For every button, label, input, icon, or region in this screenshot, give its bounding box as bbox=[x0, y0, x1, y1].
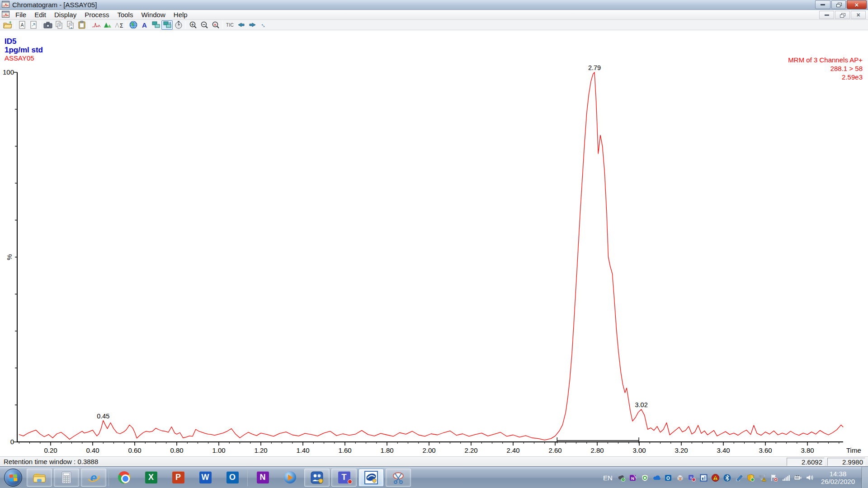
tray-security-shield-icon[interactable] bbox=[641, 474, 649, 482]
tray-onedrive-icon[interactable] bbox=[653, 474, 660, 482]
layout-button[interactable] bbox=[150, 20, 161, 30]
data-file-name: ASSAY05 bbox=[5, 54, 43, 62]
explorer-icon bbox=[33, 471, 46, 484]
tray-pen-input-icon[interactable] bbox=[735, 474, 743, 482]
tray-presenter-device-icon[interactable] bbox=[618, 474, 625, 482]
taskbar-explorer[interactable] bbox=[27, 469, 52, 487]
menu-process[interactable]: Process bbox=[80, 10, 113, 19]
internet-explorer-icon: e bbox=[87, 471, 100, 484]
timer-button[interactable] bbox=[173, 20, 184, 30]
previous-button[interactable] bbox=[236, 20, 247, 30]
sample-info: ID5 1pg/ml std ASSAY05 bbox=[5, 37, 43, 62]
tray-citrix-workspace-icon[interactable] bbox=[700, 474, 708, 482]
masslynx-icon bbox=[364, 471, 378, 484]
open-file-button[interactable] bbox=[2, 20, 13, 30]
tray-network-signal-icon[interactable] bbox=[782, 474, 790, 482]
menu-help[interactable]: Help bbox=[170, 10, 192, 19]
menu-tools[interactable]: Tools bbox=[113, 10, 137, 19]
tray-battery-icon[interactable] bbox=[794, 474, 802, 482]
taskbar-calculator[interactable] bbox=[54, 469, 79, 487]
taskbar-powerpoint[interactable]: P bbox=[165, 469, 191, 487]
tic-button[interactable]: TIC bbox=[224, 20, 236, 30]
taskbar-masslynx[interactable] bbox=[359, 469, 384, 487]
tray-network-alert-icon[interactable] bbox=[759, 474, 766, 482]
system-tray: EN NOXT 14:38 26/02/2020 bbox=[603, 467, 868, 488]
peak-display-button[interactable] bbox=[102, 20, 113, 30]
mdi-restore-button[interactable] bbox=[835, 11, 850, 19]
menu-edit[interactable]: Edit bbox=[30, 10, 50, 19]
channel-info: MRM of 3 Channels AP+ 288.1 > 58 2.59e3 bbox=[788, 56, 863, 81]
taskbar-internet-explorer[interactable]: e bbox=[81, 469, 106, 487]
next-button[interactable] bbox=[247, 20, 258, 30]
realtime-update-button[interactable] bbox=[161, 20, 173, 30]
taskbar-media-player[interactable] bbox=[277, 469, 302, 487]
annotate-button[interactable]: A bbox=[139, 20, 150, 30]
tray-outlook-tray-icon[interactable]: O bbox=[665, 474, 672, 482]
tray-teams-tray-icon[interactable]: T bbox=[688, 474, 696, 482]
tray-volume-icon[interactable] bbox=[806, 474, 813, 482]
report-export-button[interactable] bbox=[28, 20, 39, 30]
clock[interactable]: 14:38 26/02/2020 bbox=[821, 470, 855, 485]
svg-text:×: × bbox=[214, 23, 216, 27]
taskbar-outlook[interactable]: O bbox=[220, 469, 245, 487]
window-title: Chromatogram - [ASSAY05] bbox=[12, 1, 97, 9]
svg-text:2.00: 2.00 bbox=[422, 446, 435, 454]
menu-window[interactable]: Window bbox=[137, 10, 169, 19]
tray-action-center-flag-icon[interactable] bbox=[770, 474, 778, 482]
show-desktop-button[interactable] bbox=[862, 467, 868, 488]
taskbar-onenote[interactable]: N bbox=[250, 469, 275, 487]
svg-text:3.60: 3.60 bbox=[759, 446, 772, 454]
copy-button[interactable] bbox=[53, 20, 65, 30]
svg-text:2.80: 2.80 bbox=[590, 446, 604, 454]
full-extent-button[interactable]: ↔ bbox=[258, 20, 269, 30]
desktop: Chromatogram - [ASSAY05] × FileEditDispl… bbox=[0, 0, 868, 488]
clock-time: 14:38 bbox=[821, 470, 855, 478]
taskbar-ibm-notes[interactable] bbox=[304, 469, 330, 487]
svg-text:%: % bbox=[5, 254, 13, 260]
tray-app-box-x-icon[interactable]: X bbox=[676, 474, 684, 482]
toolbar-separator bbox=[40, 21, 41, 29]
teams-notification-badge bbox=[348, 479, 352, 484]
sample-description: 1pg/ml std bbox=[5, 46, 43, 54]
status-text: Retention time window : 0.3888 bbox=[4, 458, 98, 465]
copy-picture-button[interactable] bbox=[42, 20, 53, 30]
minimize-button[interactable] bbox=[815, 0, 830, 9]
taskbar-snipping-tool[interactable] bbox=[386, 469, 411, 487]
mdi-minimize-button[interactable] bbox=[819, 11, 834, 19]
tray-hazard-alert-icon[interactable] bbox=[712, 474, 719, 482]
paste-button[interactable] bbox=[76, 20, 87, 30]
zoom-in-button[interactable]: + bbox=[187, 20, 198, 30]
menu-display[interactable]: Display bbox=[50, 10, 80, 19]
peak-label: 3.02 bbox=[635, 401, 647, 408]
internet-button[interactable] bbox=[127, 20, 139, 30]
restore-button[interactable] bbox=[831, 0, 846, 9]
zoom-out-button[interactable]: − bbox=[198, 20, 210, 30]
taskbar-chrome[interactable] bbox=[111, 469, 137, 487]
channel-intensity: 2.59e3 bbox=[788, 73, 863, 81]
powerpoint-icon: P bbox=[172, 471, 184, 483]
tray-shield-update-icon[interactable] bbox=[747, 474, 755, 482]
chrome-icon bbox=[118, 471, 130, 483]
taskbar-word[interactable]: W bbox=[193, 469, 218, 487]
channel-transition: 288.1 > 58 bbox=[788, 64, 863, 73]
display-trace-button[interactable] bbox=[90, 20, 102, 30]
snipping-tool-icon bbox=[392, 471, 405, 484]
menu-file[interactable]: File bbox=[11, 10, 30, 19]
svg-text:3.00: 3.00 bbox=[632, 446, 646, 454]
report-a-button[interactable]: A bbox=[16, 20, 28, 30]
integrate-button[interactable]: Σ bbox=[113, 20, 124, 30]
zoom-reset-button[interactable]: × bbox=[210, 20, 221, 30]
close-button[interactable]: × bbox=[847, 0, 867, 9]
tray-bluetooth-icon[interactable] bbox=[723, 474, 731, 482]
language-indicator[interactable]: EN bbox=[603, 474, 613, 482]
tray-onenote-clipper-icon[interactable]: N bbox=[629, 474, 637, 482]
start-button[interactable] bbox=[4, 469, 22, 487]
taskbar-teams[interactable]: T bbox=[331, 469, 357, 487]
svg-text:O: O bbox=[666, 475, 670, 480]
copy-trace-button[interactable] bbox=[65, 20, 76, 30]
taskbar-excel[interactable]: X bbox=[138, 469, 164, 487]
mdi-close-button[interactable]: × bbox=[851, 11, 866, 19]
status-rt-start: 2.6092 bbox=[787, 458, 825, 466]
svg-text:0.60: 0.60 bbox=[128, 446, 141, 454]
svg-text:1.20: 1.20 bbox=[254, 446, 267, 454]
